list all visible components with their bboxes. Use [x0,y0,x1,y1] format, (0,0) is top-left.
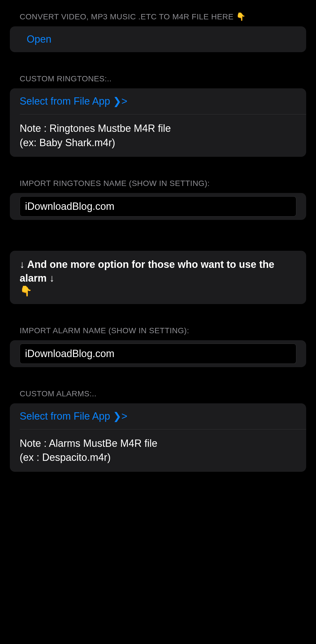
ringtone-note: Note : Ringtones Mustbe M4R file (ex: Ba… [10,114,306,157]
alarm-name-input[interactable] [20,344,296,364]
convert-section-group: Open [10,26,306,52]
alarm-info-text: ↓ And one more option for those who want… [20,259,274,284]
alarm-note-line2: (ex : Despacito.m4r) [20,450,296,464]
custom-ringtones-group: Select from File App ❯> Note : Ringtones… [10,88,306,157]
import-ringtone-name-group [10,193,306,220]
ringtone-name-input[interactable] [20,196,296,217]
ringtone-name-input-cell [10,193,306,220]
import-ringtone-name-header: IMPORT RINGTONES NAME (SHOW IN SETTING): [10,178,306,193]
select-alarm-file-button[interactable]: Select from File App ❯> [10,403,306,429]
alarm-info-group: ↓ And one more option for those who want… [10,251,306,304]
custom-alarms-header: CUSTOM ALARMS:.. [10,388,306,403]
alarm-note: Note : Alarms MustBe M4R file (ex : Desp… [10,429,306,472]
alarm-note-line1: Note : Alarms MustBe M4R file [20,436,296,450]
import-alarm-name-group [10,340,306,367]
open-button[interactable]: Open [10,26,306,52]
select-ringtone-file-button[interactable]: Select from File App ❯> [10,88,306,114]
convert-section-header: CONVERT VIDEO, MP3 MUSIC .ETC TO M4R FIL… [10,11,306,26]
alarm-info-cell: ↓ And one more option for those who want… [10,251,306,304]
alarm-name-input-cell [10,340,306,367]
ringtone-note-line2: (ex: Baby Shark.m4r) [20,136,296,150]
custom-ringtones-header: CUSTOM RINGTONES:.. [10,73,306,88]
custom-alarms-group: Select from File App ❯> Note : Alarms Mu… [10,403,306,472]
import-alarm-name-header: IMPORT ALARM NAME (SHOW IN SETTING): [10,325,306,340]
pointing-down-icon: 👇 [20,285,32,297]
ringtone-note-line1: Note : Ringtones Mustbe M4R file [20,121,296,135]
